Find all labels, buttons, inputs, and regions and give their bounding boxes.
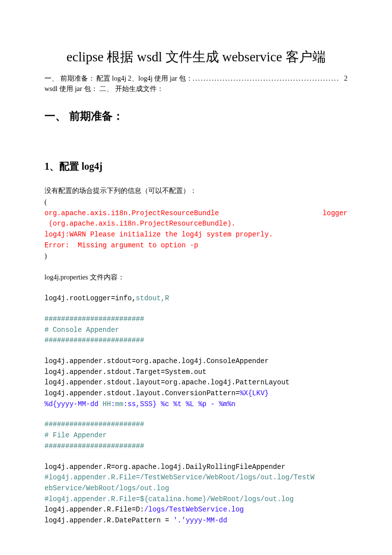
cfg-rfile-key: log4j.appender.R.File=D: [44,506,144,513]
cfg-pattern-key: log4j.appender.stdout.layout.ConversionP… [44,389,240,397]
config-line-r: log4j.appender.R=org.apache.log4j.DailyR… [44,462,348,473]
error-line-3: log4j:WARN Please initialize the log4j s… [44,230,348,240]
config-line-rfile: log4j.appender.R.File=D:/logs/TestWebSer… [44,505,348,515]
toc-text-left: 一、 前期准备： 配置 log4j 2、log4j 使用 jar 包： [44,73,193,84]
cfg-pattern-val: %X{LKV} [240,389,269,397]
cfg-p2-f: ss,SSS} %c %t %L %p - %m%n [128,400,235,408]
config-line-rootlogger: log4j.rootLogger=info,stdout,R [44,293,348,304]
hash-sep-3: ######################## [44,419,348,430]
config-line-target: log4j.appender.stdout.Target=System.out [44,367,348,378]
cfg-rootlogger-val: stdout,R [136,294,169,302]
cfg-rfile-val: /logs/TestWebService.log [144,506,244,513]
hash-sep-4: ######################## [44,441,348,452]
cfg-p2-a: %d{yyyy-MM-dd [44,400,98,408]
open-paren: ( [44,197,348,207]
error-line-1: org.apache.axis.i18n.ProjectResourceBund… [44,208,348,219]
cfg-p2-b: HH [98,400,111,408]
cfg-rootlogger-key: log4j.rootLogger=info, [44,294,136,302]
config-line-pattern: log4j.appender.stdout.layout.ConversionP… [44,388,348,399]
paragraph-intro: 没有配置的场合提示下列的信息（可以不配置）： [44,185,348,196]
toc-line-2: wsdl 使用 jar 包： 二、 开始生成文件： [44,84,348,94]
section-heading-1: 一、 前期准备： [44,108,348,124]
config-line-comment-file1: #log4j.appender.R.File=/TestWebService/W… [44,472,348,483]
cfg-dp-key: log4j.appender.R.DatePattern = [44,516,173,524]
cfg-p2-d: mm [115,400,124,408]
config-line-pattern2: %d{yyyy-MM-dd HH:mm:ss,SSS} %c %t %L %p … [44,399,348,410]
config-line-layout: log4j.appender.stdout.layout=org.apache.… [44,377,348,388]
comment-console: # Console Appender [44,325,348,336]
toc-page-num: 2 [344,73,348,84]
hash-sep-2: ######################## [44,335,348,346]
error-l1-right: logger [323,208,348,219]
error-l1-left: org.apache.axis.i18n.ProjectResourceBund… [44,208,219,219]
config-line-comment-catalina: #log4j.appender.R.File=${catalina.home}/… [44,494,348,505]
error-line-4: Error: Missing argument to option -p [44,240,348,251]
toc-line-1: 一、 前期准备： 配置 log4j 2、log4j 使用 jar 包： ....… [44,73,348,84]
config-line-stdout: log4j.appender.stdout=org.apache.log4j.C… [44,356,348,367]
comment-file: # File Appender [44,430,348,441]
toc-dots: ........................................… [193,73,344,84]
cfg-p2-e: : [124,400,128,408]
cfg-p2-c: : [111,400,115,408]
hash-sep-1: ######################## [44,314,348,325]
close-paren: ) [44,251,348,261]
cfg-dp-val: '.'yyyy-MM-dd [173,516,227,524]
config-line-comment-file2: ebService/WebRoot/logs/out.log [44,483,348,494]
config-line-datepattern: log4j.appender.R.DatePattern = '.'yyyy-M… [44,515,348,526]
subsection-heading-1: 1、配置 log4j [44,159,348,174]
page-title: eclipse 根据 wsdl 文件生成 webservice 客户端 [44,47,348,67]
error-line-2: (org.apache.axis.i18n.ProjectResourceBun… [44,219,348,230]
paragraph-file-content: log4j.properties 文件内容： [44,272,348,282]
